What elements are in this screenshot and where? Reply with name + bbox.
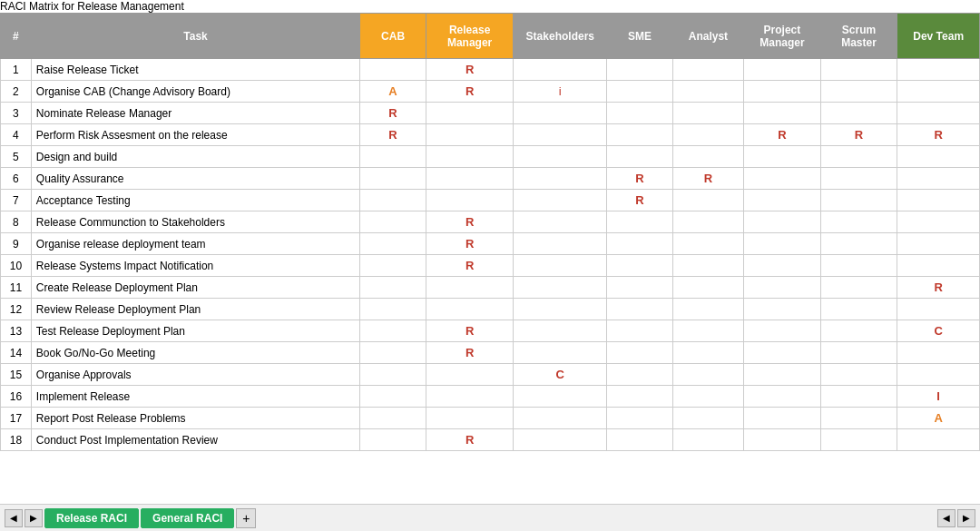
col-header-sm: Scrum Master [820, 14, 897, 59]
table-cell [426, 146, 514, 168]
tab-scroll-right[interactable]: ▶ [24, 509, 43, 527]
table-row: 17Report Post Release ProblemsA [1, 408, 980, 429]
page-title: RACI Matrix for Release Management [0, 0, 184, 13]
table-cell: R [426, 429, 514, 451]
col-header-dt: Dev Team [897, 14, 980, 59]
add-sheet-button[interactable]: + [236, 508, 256, 528]
table-cell [744, 342, 821, 364]
table-cell [897, 299, 980, 320]
table-cell [897, 168, 980, 190]
table-cell [744, 320, 821, 342]
table-cell [744, 233, 821, 255]
table-cell: Design and build [31, 146, 359, 168]
table-cell [897, 255, 980, 277]
table-cell [820, 277, 897, 299]
table-cell [426, 386, 514, 408]
tab-scroll-left[interactable]: ◀ [5, 509, 23, 527]
table-cell [820, 168, 897, 190]
table-cell [820, 408, 897, 429]
table-cell [820, 429, 897, 451]
table-cell [672, 364, 744, 386]
table-cell [820, 386, 897, 408]
table-cell: 18 [1, 429, 32, 451]
table-cell: Book Go/No-Go Meeting [31, 342, 359, 364]
table-cell: 14 [1, 342, 32, 364]
table-cell [360, 429, 426, 451]
table-row: 12Review Release Deployment Plan [1, 299, 980, 320]
table-cell: 5 [1, 146, 32, 168]
table-cell: 3 [1, 103, 32, 124]
title-area: RACI Matrix for Release Management [0, 0, 980, 13]
table-row: 10Release Systems Impact NotificationR [1, 255, 980, 277]
table-cell: Organise release deployment team [31, 233, 359, 255]
table-cell [514, 124, 607, 146]
table-cell: R [897, 124, 980, 146]
table-cell [744, 429, 821, 451]
table-cell [514, 211, 607, 233]
table-cell [426, 190, 514, 211]
table-cell: R [607, 168, 672, 190]
table-cell [820, 255, 897, 277]
table-row: 3Nominate Release ManagerR [1, 103, 980, 124]
table-row: 1Raise Release TicketR [1, 59, 980, 81]
tab-release-raci[interactable]: Release RACI [44, 508, 139, 528]
table-container: # Task CAB Release Manager Stakeholders … [0, 13, 980, 462]
table-row: 13Test Release Deployment PlanRC [1, 320, 980, 342]
table-cell [607, 342, 672, 364]
col-header-sh: Stakeholders [514, 14, 607, 59]
table-cell [607, 386, 672, 408]
table-cell [426, 124, 514, 146]
table-row: 8Release Communction to StakeholdersR [1, 211, 980, 233]
table-cell [672, 299, 744, 320]
table-cell [744, 364, 821, 386]
table-cell [514, 255, 607, 277]
table-cell: Report Post Release Problems [31, 408, 359, 429]
table-cell: A [360, 81, 426, 103]
table-cell: C [514, 364, 607, 386]
scroll-right-button[interactable]: ▶ [957, 509, 975, 527]
table-cell [820, 146, 897, 168]
table-cell: 4 [1, 124, 32, 146]
table-cell [744, 59, 821, 81]
table-cell: R [426, 59, 514, 81]
table-cell [672, 103, 744, 124]
col-header-sme: SME [607, 14, 672, 59]
table-cell: 15 [1, 364, 32, 386]
table-cell [607, 103, 672, 124]
table-cell [426, 168, 514, 190]
table-cell: R [360, 103, 426, 124]
table-cell [897, 429, 980, 451]
table-cell [820, 342, 897, 364]
table-cell [672, 233, 744, 255]
table-cell [897, 211, 980, 233]
table-cell [672, 408, 744, 429]
table-cell [744, 190, 821, 211]
table-cell: R [360, 124, 426, 146]
table-row: 9Organise release deployment teamR [1, 233, 980, 255]
table-cell: Conduct Post Implementation Review [31, 429, 359, 451]
table-row: 7Acceptance TestingR [1, 190, 980, 211]
table-cell [672, 124, 744, 146]
table-cell: 1 [1, 59, 32, 81]
table-cell [820, 190, 897, 211]
table-cell: R [426, 255, 514, 277]
table-cell [514, 408, 607, 429]
table-cell [360, 408, 426, 429]
table-cell [360, 299, 426, 320]
table-cell: R [426, 211, 514, 233]
table-cell: 11 [1, 277, 32, 299]
table-row: 15Organise ApprovalsC [1, 364, 980, 386]
table-cell [514, 168, 607, 190]
table-cell: 10 [1, 255, 32, 277]
table-row: 18Conduct Post Implementation ReviewR [1, 429, 980, 451]
scroll-left-button[interactable]: ◀ [937, 509, 956, 527]
raci-table: # Task CAB Release Manager Stakeholders … [0, 13, 980, 451]
table-cell [360, 386, 426, 408]
table-cell [672, 190, 744, 211]
table-cell: R [897, 277, 980, 299]
table-cell [820, 211, 897, 233]
table-cell [607, 408, 672, 429]
col-header-analyst: Analyst [672, 14, 744, 59]
table-cell [744, 168, 821, 190]
tab-general-raci[interactable]: General RACI [141, 508, 234, 528]
